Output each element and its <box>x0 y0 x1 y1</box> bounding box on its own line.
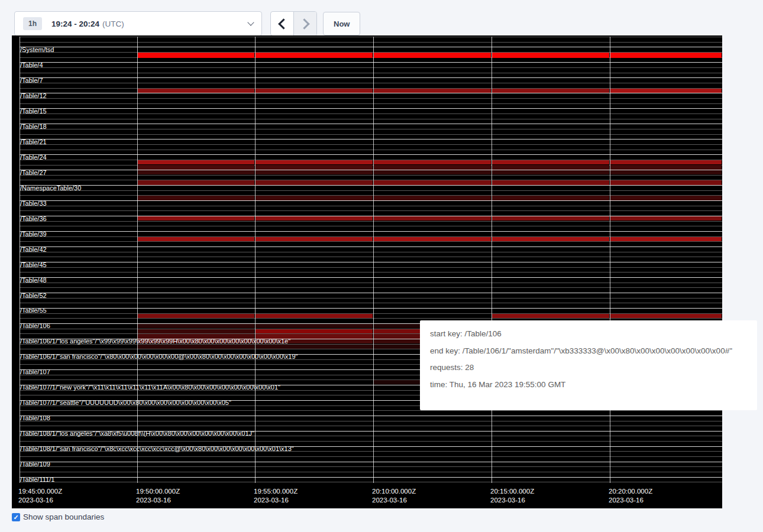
heat-band <box>374 89 491 93</box>
row-label: /Table/7 <box>20 77 43 84</box>
span-boundary-line <box>20 190 722 191</box>
heat-band <box>256 160 373 164</box>
span-boundary-line <box>20 103 722 104</box>
axis-tick: 20:20:00.000Z2023-03-16 <box>609 487 652 505</box>
show-span-boundaries-checkbox[interactable]: ✓ <box>12 513 20 521</box>
heat-band <box>610 237 722 241</box>
tooltip-requests: requests: 28 <box>430 363 757 372</box>
span-boundary-line <box>20 139 722 140</box>
heat-band <box>256 329 373 333</box>
span-boundary-line <box>20 62 722 63</box>
row-label: /Table/108 <box>20 415 50 421</box>
key-visualizer-canvas[interactable]: start key: /Table/106 end key: /Table/10… <box>12 35 722 508</box>
row-label: /Table/107 <box>20 369 50 375</box>
heat-band <box>138 237 254 241</box>
heat-band <box>138 180 254 184</box>
span-boundary-line <box>20 472 722 472</box>
span-boundary-line <box>20 231 722 232</box>
span-boundary-line <box>20 67 722 68</box>
heat-band <box>138 329 254 333</box>
axis-tick: 20:15:00.000Z2023-03-16 <box>490 487 534 505</box>
span-boundary-line <box>20 221 722 222</box>
range-timezone: (UTC) <box>102 20 124 28</box>
heat-band <box>138 314 254 318</box>
span-boundary-line <box>20 293 722 293</box>
now-button[interactable]: Now <box>323 12 360 35</box>
heat-band <box>256 180 373 184</box>
row-label: /Table/42 <box>20 246 47 253</box>
row-label: /Table/12 <box>20 93 47 99</box>
span-boundary-line <box>20 93 722 93</box>
row-label: /Table/52 <box>20 293 47 299</box>
span-boundary-line <box>20 37 722 37</box>
row-label: /Table/18 <box>20 124 47 130</box>
row-label: /Table/39 <box>20 231 47 238</box>
toolbar: 1h 19:24 - 20:24 (UTC) Now <box>0 0 763 37</box>
heat-band <box>610 216 722 220</box>
row-label: /NamespaceTable/30 <box>20 185 81 192</box>
heat-band <box>610 314 722 318</box>
row-label: /Table/27 <box>20 170 47 176</box>
heat-band <box>256 237 373 241</box>
heat-band <box>138 160 254 164</box>
span-boundary-line <box>20 246 722 247</box>
span-boundary-line <box>20 441 722 442</box>
row-label: /Table/24 <box>20 154 47 161</box>
time-gridline <box>137 37 138 483</box>
heat-band <box>256 89 373 93</box>
heat-band <box>138 165 254 169</box>
tooltip-end-key: end key: /Table/106/1/"amsterdam"/"\xb33… <box>430 346 757 355</box>
heat-band <box>610 170 722 174</box>
range-text: 19:24 - 20:24 <box>51 20 99 28</box>
row-label: /Table/15 <box>20 108 47 115</box>
heat-band <box>138 170 254 174</box>
row-label: /Table/108/1/"san francisco"/"\x8c\xcc\x… <box>20 446 294 452</box>
heat-band <box>492 196 609 200</box>
span-boundary-line <box>20 421 722 421</box>
heat-band <box>138 89 254 93</box>
time-nav-group <box>270 11 317 36</box>
span-boundary-line <box>20 42 722 43</box>
checkbox-label: Show span boundaries <box>23 512 104 521</box>
axis-tick: 19:45:00.000Z2023-03-16 <box>18 487 62 505</box>
span-boundary-line <box>20 298 722 299</box>
time-range-selector[interactable]: 1h 19:24 - 20:24 (UTC) <box>14 11 262 36</box>
heat-band <box>256 196 373 200</box>
span-boundary-line <box>20 108 722 109</box>
next-range-button-disabled[interactable] <box>293 12 316 35</box>
tooltip-start-key: start key: /Table/106 <box>430 329 757 338</box>
row-label: /Table/109 <box>20 461 50 468</box>
heat-band <box>610 53 722 59</box>
span-boundary-line <box>20 98 722 99</box>
row-label: /Table/106/1/"san francisco"/"\x80\x00\x… <box>20 353 298 360</box>
span-boundary-line <box>20 210 722 211</box>
heat-band <box>374 165 491 169</box>
heat-band <box>256 314 373 318</box>
range-duration-badge: 1h <box>23 17 42 30</box>
heat-band <box>138 216 254 220</box>
heat-band <box>492 89 609 93</box>
heat-band <box>138 53 254 59</box>
heat-band <box>492 170 609 174</box>
hover-tooltip: start key: /Table/106 end key: /Table/10… <box>420 320 757 410</box>
heat-band <box>374 196 491 200</box>
tooltip-time: time: Thu, 16 Mar 2023 19:55:00 GMT <box>430 380 757 389</box>
heat-band <box>256 216 373 220</box>
heat-band <box>374 216 491 220</box>
row-label: /Table/36 <box>20 216 47 222</box>
time-gridline <box>492 37 492 483</box>
heat-band <box>610 89 722 93</box>
span-boundary-line <box>20 482 722 482</box>
row-label: /Table/4 <box>20 62 43 69</box>
span-boundary-line <box>20 477 722 478</box>
heat-band <box>610 165 722 169</box>
time-gridline <box>255 37 256 483</box>
row-label: /Table/108/1/"los angeles"/"\xa8\xf5\u00… <box>20 430 254 437</box>
span-boundary-line <box>20 267 722 268</box>
heat-band <box>374 160 491 164</box>
time-gridline <box>610 37 610 483</box>
row-label: /Table/21 <box>20 139 47 145</box>
prev-range-button[interactable] <box>271 12 293 35</box>
span-boundary-line <box>20 287 722 288</box>
span-boundary-line <box>20 119 722 119</box>
